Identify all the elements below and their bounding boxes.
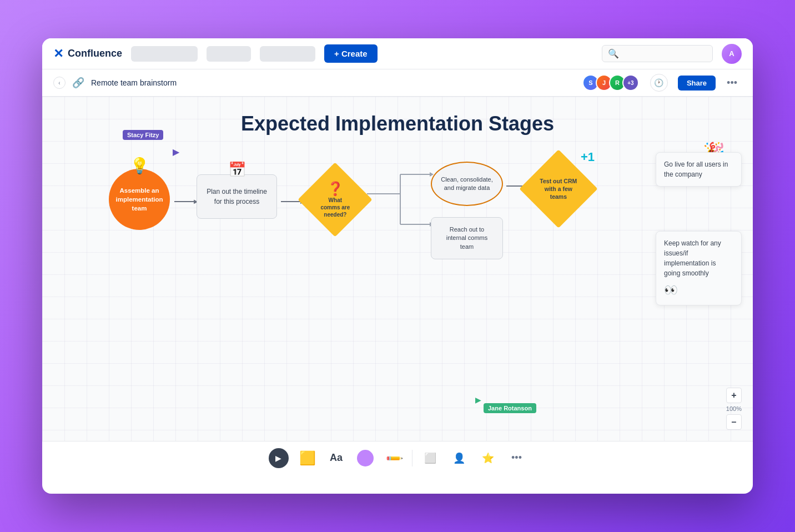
history-button[interactable]: 🕐 [650,74,668,92]
star-tool[interactable]: ⭐ [477,447,499,469]
jane-cursor-icon: ▶ [475,395,481,405]
more-options-button[interactable]: ••• [722,75,742,91]
step3-shape[interactable]: ❓ What comms are needed? [298,162,372,237]
step1-shape[interactable]: Assemble an implementation team [109,169,170,230]
play-icon: ▶ [269,448,289,468]
logo: ✕ Confluence [53,47,122,61]
jane-label: Jane Rotanson [484,403,536,413]
stacy-label: Stacy Fitzy [123,130,163,140]
page-icon: 🔗 [72,77,84,89]
star-icon: ⭐ [482,452,494,464]
step2-container: 📅 Plan out the timeline for this process [197,174,277,219]
note-watch[interactable]: Keep watch for any issues/if implementat… [656,231,742,305]
sticky-tool[interactable]: 🟨 [296,447,319,469]
collaborators-avatars: S J R +3 [582,74,639,91]
eyes-emoji-icon: 👀 [664,282,733,298]
arrow-1-2: ▶ [174,198,198,204]
step4a-container: Clean, consolidate, and migrate data [431,162,503,206]
nav-pill-3[interactable] [260,46,315,62]
divider-1 [412,450,412,466]
page-toolbar: ‹ 🔗 Remote team brainstorm S J R +3 🕐 Sh… [42,69,753,97]
step5-plus1: +1 [581,150,595,164]
browser-window: ✕ Confluence + Create 🔍 A ‹ 🔗 Remote tea… [42,38,753,494]
step4a-shape[interactable]: Clean, consolidate, and migrate data [431,162,503,206]
create-button[interactable]: + Create [324,44,378,63]
text-icon: Aa [330,452,343,464]
search-bar[interactable]: 🔍 [602,45,713,62]
zoom-in-button[interactable]: + [726,388,742,403]
text-tool[interactable]: Aa [325,447,348,469]
pencil-tool[interactable]: ✏️ [383,447,405,469]
top-nav: ✕ Confluence + Create 🔍 A [42,38,753,69]
collapse-sidebar-button[interactable]: ‹ [53,77,66,89]
zoom-out-button[interactable]: – [726,414,742,430]
step2-shape[interactable]: Plan out the timeline for this process [197,174,277,219]
step4b-shape[interactable]: Reach out to internal comms team [431,217,503,259]
canvas[interactable]: Expected Implementation Stages Stacy Fit… [42,97,753,441]
step2-emoji: 📅 [228,161,246,178]
nav-pill-1[interactable] [131,46,198,62]
frame-icon: ⬜ [424,452,436,464]
more-tools-icon: ••• [511,452,522,464]
app-name: Confluence [68,48,122,59]
person-tool[interactable]: 👤 [448,447,470,469]
step2-text: Plan out the timeline for this process [205,187,269,207]
more-tools-button[interactable]: ••• [506,447,528,469]
note-watch-text: Keep watch for any issues/if implementat… [664,239,721,277]
step4a-text: Clean, consolidate, and migrate data [437,175,496,193]
shape-tool[interactable] [354,447,376,469]
step1-text: Assemble an implementation team [116,186,163,213]
step3-container: ❓ What comms are needed? [304,169,365,230]
play-tool[interactable]: ▶ [268,447,290,469]
step4b-container: Reach out to internal comms team [431,217,503,259]
share-button[interactable]: Share [678,76,716,91]
frame-tool[interactable]: ⬜ [419,447,441,469]
step1-emoji: 💡 [130,157,149,175]
step5-container: +1 Test out CRM with a few teams [526,157,590,220]
step1-container: 💡 Assemble an implementation team [109,169,170,230]
right-notes-area: Go live for all users in the company Kee… [656,152,742,305]
page-title: Remote team brainstorm [91,78,177,87]
search-icon: 🔍 [608,48,619,59]
note-go-live-text: Go live for all users in the company [664,160,728,178]
note-go-live[interactable]: Go live for all users in the company [656,152,742,187]
zoom-controls: + 100% – [726,388,742,430]
logo-icon: ✕ [53,47,63,61]
step4b-text: Reach out to internal comms team [440,225,494,251]
step3-emoji: ❓ [318,181,351,197]
stacy-cursor-icon: ▶ [173,147,179,157]
user-avatar[interactable]: A [722,44,742,64]
step5-text: Test out CRM with a few teams [539,177,578,200]
branch-svg [367,163,434,241]
collaborator-count: +3 [622,74,639,91]
person-icon: 👤 [453,452,465,464]
circle-icon [357,450,374,466]
nav-pill-2[interactable] [207,46,251,62]
step3-text: What comms are needed? [318,197,351,218]
search-input[interactable] [622,49,706,58]
zoom-percent: 100% [726,405,742,412]
bottom-toolbar: ▶ 🟨 Aa ✏️ ⬜ 👤 ⭐ ••• [42,441,753,474]
pencil-icon: ✏️ [384,448,404,468]
